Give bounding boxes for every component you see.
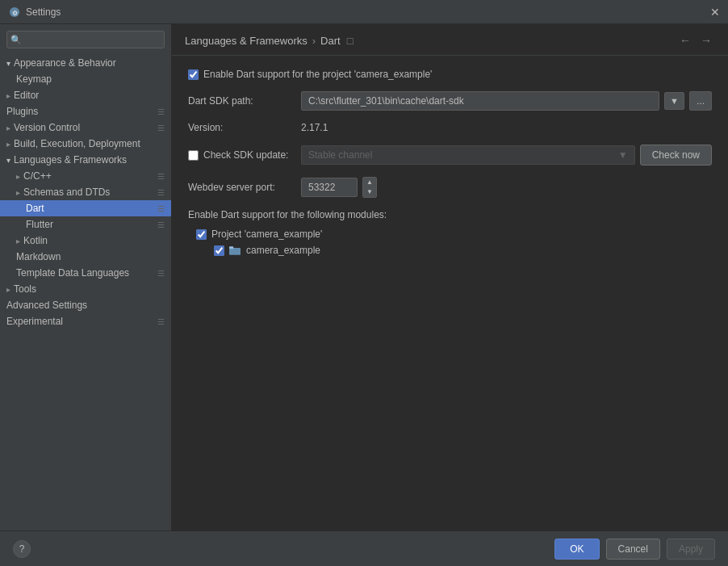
sidebar-item-languages[interactable]: ▾ Languages & Frameworks (0, 152, 171, 168)
sidebar-item-appearance[interactable]: ▾ Appearance & Behavior (0, 55, 171, 71)
module-tree: Project 'camera_example' camera_example (196, 228, 712, 256)
sidebar-item-cpp[interactable]: ▸ C/C++ ☰ (0, 168, 171, 184)
webdev-port-control: ▲ ▼ (301, 177, 712, 198)
sidebar-item-markdown[interactable]: Markdown (0, 249, 171, 265)
sidebar-item-experimental[interactable]: Experimental ☰ (0, 313, 171, 329)
webdev-port-input[interactable] (301, 178, 358, 197)
sidebar-item-dart[interactable]: Dart ☰ (0, 200, 171, 216)
sdk-path-input[interactable] (301, 91, 659, 111)
version-label: Version: (188, 122, 301, 133)
search-input[interactable] (6, 31, 165, 48)
expand-arrow-cpp: ▸ (16, 172, 20, 181)
svg-text:⚙: ⚙ (12, 10, 18, 17)
expand-arrow-build: ▸ (6, 140, 10, 149)
nav-back-button[interactable]: ← (676, 32, 694, 48)
sdk-dropdown-button[interactable]: ▼ (664, 92, 684, 110)
camera-example-checkbox[interactable] (214, 245, 224, 256)
sidebar-item-label: Kotlin (23, 235, 48, 246)
content-body: Enable Dart support for the project 'cam… (172, 56, 728, 530)
sidebar-item-label: Build, Execution, Deployment (14, 138, 140, 149)
sidebar-item-label: Flutter (26, 219, 53, 230)
sidebar-item-label: Dart (26, 203, 44, 214)
sdk-path-label: Dart SDK path: (188, 95, 301, 107)
sidebar-item-label: Keymap (16, 73, 52, 85)
cancel-button[interactable]: Cancel (606, 539, 660, 560)
sidebar-item-icon-experimental: ☰ (157, 317, 165, 326)
sidebar-item-version-control[interactable]: ▸ Version Control ☰ (0, 119, 171, 136)
sidebar-item-plugins[interactable]: Plugins ☰ (0, 103, 171, 119)
footer-right: OK Cancel Apply (554, 539, 715, 560)
svg-rect-4 (229, 246, 233, 249)
sidebar-item-icon-vc: ☰ (157, 124, 165, 132)
check-now-button[interactable]: Check now (640, 145, 712, 166)
sidebar-item-icon-template: ☰ (157, 269, 165, 278)
sidebar-item-label: Experimental (6, 316, 63, 327)
expand-arrow-tools: ▸ (6, 285, 10, 294)
channel-dropdown[interactable]: Stable channel ▼ (301, 145, 635, 165)
nav-buttons: ← → (676, 32, 715, 48)
port-spinner-down[interactable]: ▼ (363, 187, 376, 197)
breadcrumb: Languages & Frameworks › Dart □ (185, 35, 354, 47)
sidebar-item-advanced[interactable]: Advanced Settings (0, 297, 171, 313)
webdev-port-label: Webdev server port: (188, 182, 301, 193)
sidebar-item-schemas[interactable]: ▸ Schemas and DTDs ☰ (0, 184, 171, 200)
modules-label: Enable Dart support for the following mo… (188, 209, 712, 220)
sidebar-item-label: C/C++ (23, 170, 52, 182)
check-sdk-row: Check SDK update: Stable channel ▼ Check… (188, 145, 712, 166)
enable-dart-row: Enable Dart support for the project 'cam… (188, 69, 712, 80)
search-icon: 🔍 (10, 35, 22, 45)
sdk-path-control: ▼ ... (301, 91, 712, 111)
check-sdk-label-cell: Check SDK update: (188, 149, 301, 161)
footer: ? OK Cancel Apply (0, 530, 728, 566)
sidebar-item-keymap[interactable]: Keymap (0, 71, 171, 87)
close-button[interactable]: ✕ (710, 6, 720, 19)
check-sdk-checkbox[interactable] (188, 150, 199, 161)
nav-forward-button[interactable]: → (697, 32, 715, 48)
sidebar-item-label: Languages & Frameworks (14, 154, 127, 166)
webdev-port-row: Webdev server port: ▲ ▼ (188, 177, 712, 198)
sidebar-item-label: Appearance & Behavior (14, 57, 116, 69)
sidebar-item-label: Template Data Languages (16, 267, 129, 279)
port-spinner: ▲ ▼ (362, 177, 377, 198)
pin-icon[interactable]: □ (347, 35, 354, 47)
sidebar-item-icon-schemas: ☰ (157, 188, 165, 197)
sidebar-item-editor[interactable]: ▸ Editor (0, 87, 171, 103)
port-spinner-up[interactable]: ▲ (363, 178, 376, 187)
sidebar-item-icon-cpp: ☰ (157, 172, 165, 181)
content-area: Languages & Frameworks › Dart □ ← → Enab… (172, 24, 728, 530)
version-control: 2.17.1 (301, 122, 712, 133)
sidebar-item-tools[interactable]: ▸ Tools (0, 281, 171, 297)
sidebar-item-flutter[interactable]: Flutter ☰ (0, 216, 171, 233)
check-sdk-label[interactable]: Check SDK update: (203, 149, 288, 161)
camera-example-label[interactable]: camera_example (246, 245, 320, 256)
window-title: Settings (26, 6, 61, 18)
sdk-input-group: ▼ ... (301, 91, 712, 111)
sidebar-item-icon-flutter: ☰ (157, 220, 165, 229)
project-label[interactable]: Project 'camera_example' (211, 228, 322, 240)
search-box[interactable]: 🔍 (6, 31, 165, 48)
version-row: Version: 2.17.1 (188, 122, 712, 133)
project-checkbox[interactable] (196, 229, 207, 240)
footer-left: ? (13, 540, 31, 558)
sidebar-item-build[interactable]: ▸ Build, Execution, Deployment (0, 136, 171, 152)
apply-button[interactable]: Apply (667, 539, 715, 560)
main-layout: 🔍 ▾ Appearance & Behavior Keymap ▸ Edito… (0, 24, 728, 530)
sdk-browse-button[interactable]: ... (689, 91, 712, 111)
sidebar-item-kotlin[interactable]: ▸ Kotlin (0, 233, 171, 249)
folder-icon (229, 245, 243, 255)
breadcrumb-separator: › (312, 35, 316, 47)
project-module-item: Project 'camera_example' (196, 228, 712, 240)
expand-arrow-languages: ▾ (6, 156, 10, 165)
expand-arrow-editor: ▸ (6, 91, 10, 100)
help-button[interactable]: ? (13, 540, 31, 558)
breadcrumb-parent: Languages & Frameworks (185, 35, 308, 47)
camera-example-module-item: camera_example (214, 245, 712, 256)
sidebar-item-icon-dart: ☰ (157, 204, 165, 213)
sidebar-item-label: Plugins (6, 106, 38, 117)
expand-arrow-vc: ▸ (6, 124, 10, 132)
ok-button[interactable]: OK (554, 539, 599, 560)
expand-arrow-kotlin: ▸ (16, 237, 20, 245)
sidebar-item-template-data[interactable]: Template Data Languages ☰ (0, 265, 171, 281)
enable-dart-label[interactable]: Enable Dart support for the project 'cam… (203, 69, 432, 80)
enable-dart-checkbox[interactable] (188, 69, 199, 80)
